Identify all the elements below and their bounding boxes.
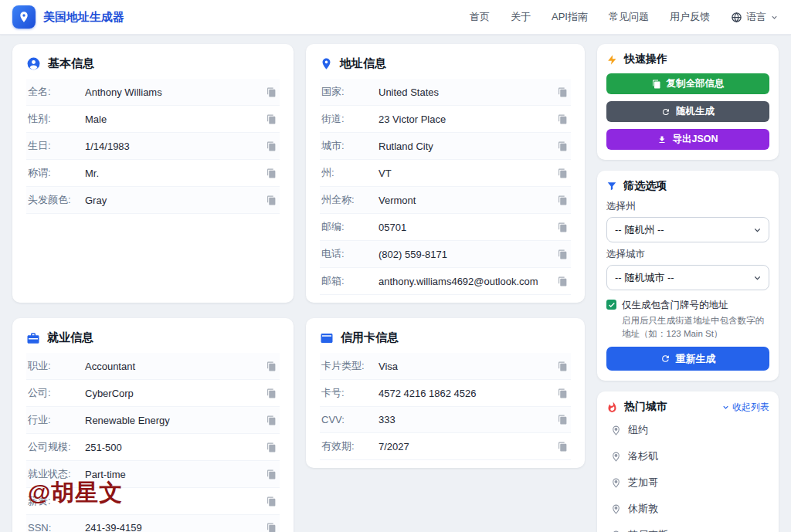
nav-link[interactable]: API指南: [552, 10, 588, 24]
field-value: 05701: [379, 222, 406, 233]
copy-icon[interactable]: [556, 360, 569, 373]
info-row: 邮箱: anthony.williams4692@outlook.com: [320, 268, 571, 295]
copy-icon[interactable]: [556, 248, 569, 261]
quick-actions-header: 快速操作: [606, 53, 769, 66]
city-list-item[interactable]: 芝加哥: [606, 469, 769, 496]
card-title: 快速操作: [624, 53, 667, 66]
copy-icon[interactable]: [265, 86, 278, 99]
credit-card-info-rows: 卡片类型: Visa 卡号: 4572 4216 1862 4526: [320, 353, 571, 460]
info-row: 街道: 23 Victor Place: [320, 106, 571, 133]
nav-link[interactable]: 用户反馈: [670, 10, 710, 24]
copy-icon[interactable]: [265, 521, 278, 532]
info-row: 州: VT: [320, 160, 571, 187]
city-name: 休斯敦: [628, 502, 658, 516]
field-value: 7/2027: [379, 441, 409, 452]
field-value: 1/14/1983: [85, 141, 130, 152]
copy-icon[interactable]: [265, 414, 278, 427]
copy-icon[interactable]: [556, 221, 569, 234]
employment-info-rows: 职业: Accountant 公司: CyberCorp: [26, 353, 280, 532]
basic-info-rows: 全名: Anthony Williams 性别: Male: [26, 79, 280, 214]
credit-card-info-card: 信用卡信息 卡片类型: Visa 卡号:: [306, 318, 585, 468]
info-row: 有效期: 7/2027: [320, 433, 571, 460]
copy-icon[interactable]: [556, 275, 569, 288]
field-value: 23 Victor Place: [379, 114, 446, 125]
copy-icon[interactable]: [556, 86, 569, 99]
field-value: 333: [379, 414, 396, 425]
card-title: 筛选选项: [623, 179, 667, 193]
card-title: 就业信息: [47, 330, 93, 345]
button-label: 导出JSON: [672, 133, 718, 146]
city-list-item[interactable]: 洛杉矶: [606, 443, 769, 469]
copy-icon[interactable]: [556, 140, 569, 153]
field-value: VT: [379, 168, 392, 179]
field-value: Renewable Energy: [85, 415, 170, 426]
info-row: 电话: (802) 559-8171: [320, 241, 571, 268]
copy-icon[interactable]: [265, 495, 278, 508]
copy-icon[interactable]: [265, 468, 278, 481]
collapse-list-link[interactable]: 收起列表: [721, 401, 769, 414]
credit-card-icon: [320, 331, 334, 345]
checkbox-checked-icon[interactable]: [606, 300, 616, 310]
field-value: Gray: [85, 195, 107, 206]
city-list-item[interactable]: 菲尼克斯: [606, 522, 769, 532]
copy-icon[interactable]: [556, 413, 569, 426]
nav-link[interactable]: 关于: [511, 10, 531, 24]
copy-all-button[interactable]: 复制全部信息: [606, 73, 769, 94]
language-menu[interactable]: 语言: [731, 10, 779, 24]
info-row: SSN: 241-39-4159: [26, 515, 280, 532]
card-title: 基本信息: [48, 56, 94, 71]
copy-icon[interactable]: [265, 113, 278, 126]
regenerate-button[interactable]: 重新生成: [606, 347, 769, 371]
city-list-item[interactable]: 纽约: [606, 417, 769, 443]
copy-icon[interactable]: [265, 194, 278, 207]
copy-icon[interactable]: [265, 360, 278, 373]
field-label: 就业状态:: [28, 467, 85, 481]
info-row: 就业状态: Part-time: [26, 461, 280, 488]
employment-info-header: 就业信息: [26, 329, 280, 353]
export-json-button[interactable]: 导出JSON: [606, 129, 769, 150]
info-row: 薪资:: [26, 488, 280, 515]
address-info-rows: 国家: United States 街道: 23 Victor Place: [320, 79, 571, 295]
copy-icon[interactable]: [265, 441, 278, 454]
info-row: 州全称: Vermont: [320, 187, 571, 214]
field-value: CyberCorp: [85, 388, 134, 399]
city-name: 洛杉矶: [628, 449, 658, 463]
field-label: 职业:: [28, 359, 85, 373]
field-label: 邮箱:: [321, 274, 379, 288]
brand[interactable]: 美国地址生成器: [12, 5, 124, 29]
checkbox-hint: 启用后只生成街道地址中包含数字的地址（如：123 Main St）: [622, 314, 769, 340]
nav-link[interactable]: 常见问题: [609, 10, 649, 24]
copy-icon[interactable]: [265, 140, 278, 153]
refresh-icon: [661, 107, 670, 117]
copy-icon[interactable]: [556, 194, 569, 207]
download-icon: [657, 135, 667, 144]
house-number-checkbox-row[interactable]: 仅生成包含门牌号的地址: [606, 299, 769, 312]
refresh-icon: [660, 354, 670, 364]
state-select[interactable]: -- 随机州 --: [606, 217, 769, 242]
copy-icon[interactable]: [265, 387, 278, 400]
address-info-header: 地址信息: [320, 55, 571, 79]
funnel-icon: [606, 181, 617, 191]
copy-icon[interactable]: [556, 440, 569, 453]
field-label: SSN:: [28, 522, 85, 532]
field-value: 241-39-4159: [85, 522, 142, 532]
nav-link[interactable]: 首页: [470, 10, 490, 24]
field-label: 称谓:: [28, 166, 85, 180]
field-label: 性别:: [28, 112, 85, 126]
copy-icon[interactable]: [556, 387, 569, 400]
field-label: 行业:: [28, 413, 85, 427]
copy-icon[interactable]: [265, 167, 278, 180]
info-row: 卡片类型: Visa: [320, 353, 571, 380]
copy-icon[interactable]: [556, 167, 569, 180]
city-list-item[interactable]: 休斯敦: [606, 496, 769, 522]
copy-icon[interactable]: [556, 113, 569, 126]
field-label: 电话:: [321, 247, 379, 261]
quick-actions-card: 快速操作 复制全部信息 随机生成 导出JSON: [597, 44, 779, 160]
field-label: CVV:: [321, 414, 379, 425]
location-pin-logo-icon: [12, 5, 36, 29]
random-generate-button[interactable]: 随机生成: [606, 101, 769, 122]
collapse-label: 收起列表: [732, 401, 769, 414]
button-label: 复制全部信息: [667, 77, 725, 90]
field-label: 州:: [321, 166, 379, 180]
city-select[interactable]: -- 随机城市 --: [606, 265, 769, 290]
